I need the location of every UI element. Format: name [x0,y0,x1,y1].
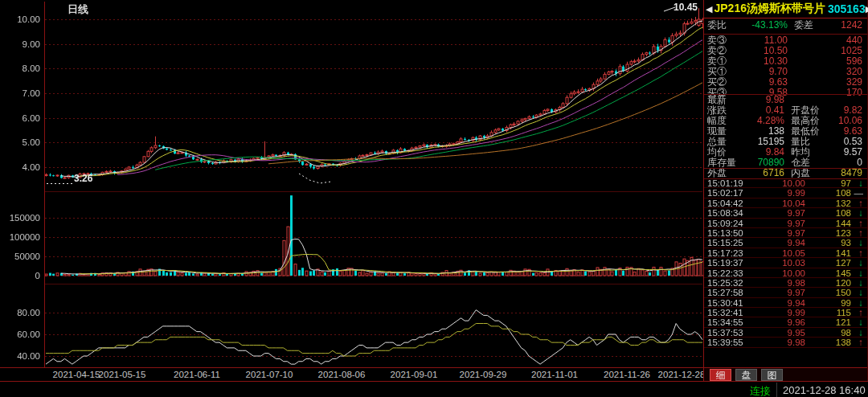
date-label: 2021-11-26 [604,370,650,379]
tick-qty: 98 [841,328,851,338]
price-tick-label: 10.00 [0,14,40,24]
tick-qty: 123 [836,228,851,238]
tick-price: 9.96 [788,317,805,327]
price-tick-label: 7.00 [0,88,40,98]
tick-row[interactable]: 15:04:4210.04132↑ [704,198,867,208]
tick-qty: 141 [836,248,851,258]
tick-row[interactable]: 15:09:249.97144↑ [704,219,867,228]
date-label: 2021-12-28 [658,370,706,379]
price-tick-label: 5.00 [0,137,40,147]
quote-label: 内盘 [791,168,810,178]
tick-time: 15:01:19 [707,178,743,188]
tick-time: 15:37:53 [707,328,743,338]
tick-row[interactable]: 15:39:559.98138↑ [704,338,867,347]
quote-row: 外盘6716内盘8479 [704,168,867,178]
quote-panel: ◀ JP216汤姆斯杯带号片 305163 ▶ 委比-43.13%委差1242 … [703,0,868,381]
tick-row[interactable]: 15:27:589.97150↓ [704,288,867,297]
quote-row: 最新9.98 [704,95,867,105]
quote-row: 现量138最低价9.63 [704,126,867,137]
volume-tick-label: 100000 [0,232,40,242]
date-label: 2021-04-15 [53,370,100,379]
tick-row[interactable]: 15:13:509.97123↑ [704,228,867,238]
tick-qty: 108 [836,188,851,198]
trading-terminal: 日线 10.009.008.007.006.005.004.00 1500001… [0,0,868,397]
quote-row: 幅度4.28%最高价10.06 [704,116,867,126]
stock-code: 305163 [828,2,866,15]
tab-盘[interactable]: 盘 [735,369,757,381]
tick-row[interactable]: 15:32:419.99115↑ [704,308,867,317]
stock-name: JP216汤姆斯杯带号片 [714,2,825,16]
date-label: 2021-09-29 [460,370,507,379]
quote-value: 8479 [822,168,862,178]
tick-direction-down-icon: ↓ [858,238,863,248]
period-label: 日线 [68,2,88,17]
tick-row[interactable]: 15:25:329.98120↓ [704,278,867,288]
prev-stock-arrow-icon[interactable]: ◀ [706,4,712,14]
price-tick-label: 4.00 [0,162,40,172]
tick-direction-up-icon: ↑ [858,198,863,208]
tick-price: 9.94 [788,298,805,308]
candlestick-chart-canvas[interactable] [0,0,703,367]
indicator-tick-label: 80.00 [0,308,40,317]
tick-row[interactable]: 15:02:179.99108— [704,188,867,198]
tick-row[interactable]: 15:34:559.96121↓ [704,317,867,327]
tick-direction-up-icon: ↑ [858,338,863,347]
tick-time: 15:17:23 [707,248,743,258]
tick-direction-down-icon: ↓ [858,328,863,338]
divider [704,168,867,169]
tick-row[interactable]: 15:22:3310.00145↓ [704,268,867,278]
volume-tick-label: 150000 [0,213,40,223]
volume-tick-label: 0 [0,271,40,280]
tick-row[interactable]: 15:19:3710.03127↓ [704,258,867,268]
date-label: 2021-07-10 [246,370,293,379]
tick-price: 9.94 [788,238,805,248]
tick-price: 10.00 [782,268,805,278]
tick-price: 9.97 [788,219,805,228]
x-axis-dates: 2021-04-152021-05-152021-06-112021-07-10… [0,367,703,381]
tab-细[interactable]: 细 [710,369,731,381]
tick-qty: 120 [836,278,851,288]
tick-time: 15:32:41 [707,308,743,317]
tick-price: 10.03 [782,258,805,268]
tick-direction-down-icon: ↓ [858,268,863,278]
weibi-label: 委比 [707,20,727,31]
tick-row[interactable]: 15:30:419.9499↓ [704,298,867,308]
tick-row[interactable]: 15:08:349.97108↓ [704,208,867,218]
tick-direction-down-icon: ↓ [858,178,863,188]
tick-time: 15:39:55 [707,338,743,347]
weicha-value: 1242 [817,20,862,31]
tick-list[interactable]: 15:01:1910.0097↓15:02:179.99108—15:04:42… [704,178,867,349]
tick-row[interactable]: 15:17:2310.05141↑ [704,248,867,258]
tick-qty: 97 [841,178,851,188]
tick-price: 10.05 [782,248,805,258]
weibi-row: 委比-43.13%委差1242 [704,20,867,31]
tick-row[interactable]: 15:01:1910.0097↓ [704,178,867,188]
price-tick-label: 8.00 [0,63,40,73]
tick-direction-down-icon: ↓ [858,278,863,288]
tick-qty: 127 [836,258,851,268]
tick-qty: 99 [841,298,851,308]
tab-图[interactable]: 图 [761,369,783,381]
tick-time: 15:15:25 [707,238,743,248]
tick-time: 15:30:41 [707,298,743,308]
volume-tick-label: 50000 [0,252,40,261]
tick-time: 15:09:24 [707,219,743,228]
tick-price: 9.99 [788,188,805,198]
tick-qty: 145 [836,268,851,278]
annotation-low-price: 3.26 [74,173,92,184]
tick-time: 15:27:58 [707,288,743,297]
tick-price: 9.98 [788,338,805,347]
tick-price: 9.97 [788,208,805,218]
tick-time: 15:02:17 [707,188,743,198]
tick-qty: 132 [836,198,851,208]
tick-row[interactable]: 15:15:259.9493↓ [704,238,867,248]
tick-row[interactable]: 15:37:539.9598↓ [704,328,867,338]
tick-price: 9.97 [788,228,805,238]
indicator-tick-label: 40.00 [0,351,40,361]
tick-qty: 138 [836,338,851,347]
tick-qty: 150 [836,288,851,297]
tick-direction-down-icon: ↓ [858,288,863,297]
tick-direction-down-icon: ↓ [858,298,863,308]
quote-row: 总量15195量比0.53 [704,137,867,147]
tick-direction-up-icon: ↑ [858,248,863,258]
